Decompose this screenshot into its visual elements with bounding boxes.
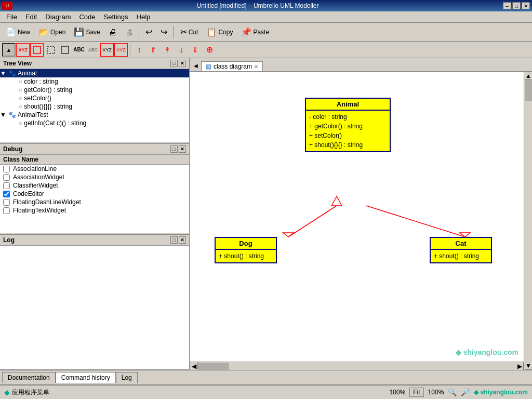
scroll-left-btn[interactable]: ◀ <box>190 362 198 370</box>
arrow-up3-tool[interactable]: ↟ <box>161 43 174 57</box>
select-tool[interactable]: ▲ <box>2 43 16 57</box>
cat-class-body: + shout() : string <box>431 250 491 262</box>
debug-close[interactable]: ✕ <box>179 145 186 153</box>
debug-item-classifierwidget[interactable]: ClassifierWidget <box>0 181 189 190</box>
tree-item-animaltest[interactable]: ▼ 🐾 AnimalTest <box>0 111 189 119</box>
debug-item-assocwidget[interactable]: AssociationWidget <box>0 173 189 181</box>
dot-tool[interactable]: ⊕ <box>203 43 216 57</box>
window-title: Untitled [modified] – Umbrello UML Model… <box>12 2 503 9</box>
svg-rect-0 <box>33 46 41 54</box>
svg-rect-2 <box>61 46 69 54</box>
log-toggle[interactable]: □ <box>170 236 178 244</box>
menu-code[interactable]: Code <box>75 12 99 22</box>
debug-label: FloatingTextWidget <box>13 207 66 214</box>
menu-settings[interactable]: Settings <box>100 12 132 22</box>
debug-item-floatingtext[interactable]: FloatingTextWidget <box>0 206 189 215</box>
xyz-tool-1[interactable]: XYZ <box>16 43 30 57</box>
scroll-track-v[interactable] <box>524 80 532 362</box>
text-tool-3[interactable]: XYZ <box>100 43 114 57</box>
arrow-up2-tool[interactable]: ⇑ <box>147 43 160 57</box>
log-controls: □ ✕ <box>170 236 186 244</box>
new-button[interactable]: 📄 New <box>2 25 34 39</box>
debug-check-classifierwidget[interactable] <box>3 182 10 189</box>
tab-label: class diagram <box>214 63 252 70</box>
debug-item-floatingdash[interactable]: FloatingDashLineWidget <box>0 198 189 206</box>
rect-tool[interactable] <box>58 43 72 57</box>
debug-check-assocline[interactable] <box>3 166 10 172</box>
close-button[interactable]: ✕ <box>522 2 530 9</box>
paste-icon: 📌 <box>241 27 251 37</box>
debug-toggle[interactable]: □ <box>170 145 178 153</box>
menu-file[interactable]: File <box>2 12 21 22</box>
tab-log[interactable]: Log <box>116 372 138 383</box>
print-button[interactable]: 🖨 <box>105 25 121 39</box>
text-tool-1[interactable]: ABC <box>72 43 86 57</box>
arrow-up-tool[interactable]: ↑ <box>132 43 146 57</box>
redo-button[interactable]: ↪ <box>157 25 171 39</box>
text-tool-2[interactable]: ABC <box>86 43 100 57</box>
text-tool-4[interactable]: XYZ <box>114 43 128 57</box>
menu-help[interactable]: Help <box>132 12 155 22</box>
copy-icon: 📋 <box>206 27 217 37</box>
statusbar: ◆ 应用程序菜单 100% Fit 100% 🔍 🔎 ◆ shiyanglou.… <box>0 384 532 399</box>
scroll-thumb-h[interactable] <box>198 363 229 370</box>
dog-class[interactable]: Dog + shout() : string <box>215 237 277 263</box>
maximize-button[interactable]: □ <box>512 2 521 9</box>
horizontal-scrollbar[interactable]: ◀ ▶ <box>190 362 524 370</box>
tree-view-close[interactable]: ✕ <box>179 60 186 67</box>
debug-check-codeeditor[interactable] <box>3 191 10 197</box>
scroll-track-h[interactable] <box>198 362 515 370</box>
debug-check-floatingtext[interactable] <box>3 207 10 214</box>
tree-item-label: getColor() : string <box>24 86 72 94</box>
tab-close-btn[interactable]: ✕ <box>254 64 258 70</box>
canvas-tab[interactable]: ▦ class diagram ✕ <box>201 61 263 71</box>
arrow-down-tool[interactable]: ↓ <box>175 43 188 57</box>
debug-check-floatingdash[interactable] <box>3 199 10 206</box>
open-button[interactable]: 📂 Open <box>35 25 69 39</box>
animal-class-body: - color : string + getColor() : string +… <box>306 111 390 151</box>
tree-item-getcolor[interactable]: ○ getColor() : string <box>0 86 189 94</box>
undo-button[interactable]: ↩ <box>142 25 156 39</box>
tree-item-getinfo[interactable]: ○ getInfo(Cat c)() : string <box>0 119 189 127</box>
log-title: Log <box>3 236 15 244</box>
interface-tool[interactable] <box>44 43 58 57</box>
class-tool[interactable] <box>30 43 44 57</box>
log-close[interactable]: ✕ <box>179 236 186 244</box>
debug-item-assocline[interactable]: AssociationLine <box>0 165 189 173</box>
tree-item-animal[interactable]: ▼ 🐾 Animal <box>0 69 189 77</box>
tab-documentation[interactable]: Documentation <box>2 372 56 383</box>
tree-op-icon-4: ○ <box>19 119 22 127</box>
zoom-out-icon[interactable]: 🔎 <box>461 388 470 396</box>
log-header: Log □ ✕ <box>0 235 189 246</box>
tree-view-toggle[interactable]: □ <box>170 60 178 67</box>
arrow-down2-tool[interactable]: ⇓ <box>189 43 202 57</box>
save-button[interactable]: 💾 Save <box>70 25 103 39</box>
minimize-button[interactable]: – <box>503 2 511 9</box>
tab-nav-left[interactable]: ◀ <box>192 60 200 71</box>
tree-item-shout[interactable]: ○ shout(){}{} : string <box>0 102 189 111</box>
animal-class[interactable]: Animal - color : string + getColor() : s… <box>305 98 391 152</box>
vertical-scrollbar[interactable]: ▲ ▼ <box>524 72 532 370</box>
cat-class[interactable]: Cat + shout() : string <box>430 237 492 263</box>
scroll-right-btn[interactable]: ▶ <box>515 362 524 370</box>
scroll-thumb-v[interactable] <box>525 80 532 101</box>
class-name-header: Class Name <box>0 155 189 165</box>
scroll-down-btn[interactable]: ▼ <box>524 362 532 370</box>
fit-button[interactable]: Fit <box>409 388 423 397</box>
tree-item-color[interactable]: ○ color : string <box>0 77 189 86</box>
print-preview-button[interactable]: 🖨 <box>122 25 136 39</box>
menu-diagram[interactable]: Diagram <box>41 12 75 22</box>
debug-check-assocwidget[interactable] <box>3 174 10 181</box>
scroll-up-btn[interactable]: ▲ <box>524 72 532 80</box>
toolbar-sep-1 <box>139 26 139 38</box>
menu-edit[interactable]: Edit <box>21 12 41 22</box>
debug-item-codeeditor[interactable]: CodeEditor <box>0 190 189 198</box>
tree-item-setcolor[interactable]: ○ setColor() <box>0 94 189 102</box>
save-icon: 💾 <box>74 27 84 37</box>
cut-button[interactable]: ✂ Cut <box>177 25 202 39</box>
diagram-canvas[interactable]: Animal - color : string + getColor() : s… <box>190 72 524 362</box>
paste-button[interactable]: 📌 Paste <box>237 25 273 39</box>
tab-command-history[interactable]: Command history <box>56 372 116 383</box>
copy-button[interactable]: 📋 Copy <box>203 25 236 39</box>
zoom-in-icon[interactable]: 🔍 <box>448 388 457 396</box>
